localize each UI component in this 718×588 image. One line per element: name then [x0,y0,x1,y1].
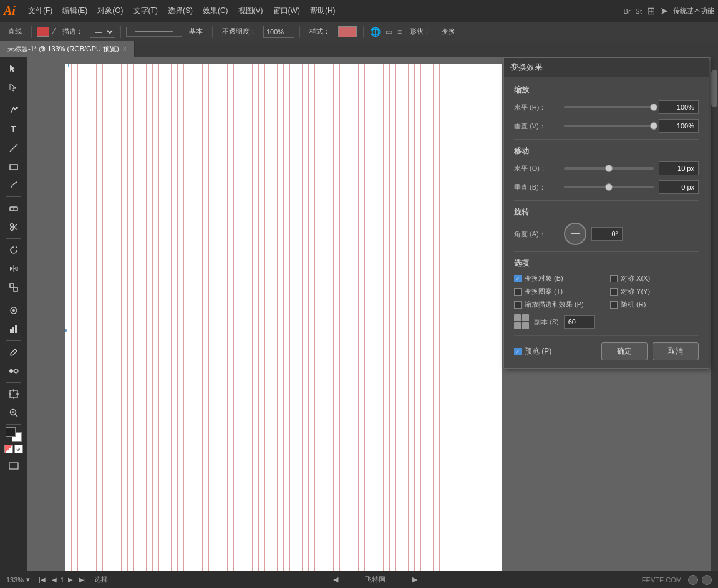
dialog-buttons: ✓ 预览 (P) 确定 取消 [514,335,699,360]
move-v-input[interactable] [659,180,699,194]
artboard-tool[interactable] [5,385,22,403]
menu-file[interactable]: 文件(F) [23,3,57,19]
blend-tool[interactable] [5,362,22,380]
move-h-row: 水平 (O)： [514,161,699,175]
transform-obj-row[interactable]: ✓ 变换对象 (B) [514,274,603,283]
eraser-tool[interactable] [5,200,22,217]
random-row[interactable]: 随机 (R) [610,300,699,309]
copies-input[interactable] [564,315,595,329]
sym-x-checkbox[interactable] [610,275,618,282]
reflect-tool[interactable] [5,260,22,277]
ok-button[interactable]: 确定 [601,342,648,360]
symbol-tool[interactable] [5,302,22,319]
svg-rect-32 [9,463,18,469]
color-boxes[interactable] [4,427,23,442]
menu-view[interactable]: 视图(V) [233,3,268,19]
eyedropper-tool[interactable] [5,344,22,361]
zoom-dropdown-icon[interactable]: ▾ [26,576,30,584]
status-dot-1 [688,575,698,585]
menu-select[interactable]: 选择(S) [163,3,198,19]
sep-move-rotate [514,200,699,201]
random-checkbox[interactable] [610,301,618,309]
preview-checkbox[interactable]: ✓ [514,348,522,355]
scale-stroke-row[interactable]: 缩放描边和效果 (P) [514,300,603,309]
svg-point-20 [9,369,13,373]
nav-next[interactable]: ▶ [65,576,75,584]
zoom-control[interactable]: 133% ▾ [6,576,30,584]
scale-v-thumb [650,122,657,130]
pen-tool[interactable] [5,102,22,119]
scale-tool[interactable] [5,279,22,296]
left-arrow[interactable]: ◀ [333,576,338,583]
svg-marker-9 [16,246,18,248]
select-tool[interactable] [5,60,22,77]
svg-line-19 [15,349,17,351]
menu-effect[interactable]: 效果(C) [198,3,233,19]
type-tool[interactable]: T [5,120,22,138]
arrow-icon: ➤ [660,5,668,17]
move-h-slider[interactable] [564,167,654,170]
style-label: 样式： [305,25,334,38]
transform-label: 变换 [437,25,460,38]
menu-help[interactable]: 帮助(H) [305,3,341,19]
pencil-tool[interactable] [5,176,22,194]
line-tool[interactable] [5,139,22,157]
zoom-tool[interactable] [5,404,22,422]
right-arrow[interactable]: ▶ [412,576,417,583]
stroke-color-box[interactable] [37,27,49,37]
transform-obj-checkbox[interactable]: ✓ [514,275,522,282]
rotate-tool[interactable] [5,241,22,259]
color-icon[interactable] [4,445,13,453]
stock-icon: St [636,7,642,15]
line-style-box[interactable]: ╱ [52,28,56,35]
graph-tool[interactable] [5,321,22,338]
canvas-scrollbar[interactable] [711,57,718,571]
cancel-button[interactable]: 取消 [653,342,699,360]
move-v-slider[interactable] [564,186,654,188]
direct-select-tool[interactable] [5,79,22,96]
lines-container [65,64,502,571]
rotation-circle[interactable] [564,223,586,245]
scissors-tool[interactable] [5,218,22,236]
svg-line-29 [15,415,17,417]
stroke-select[interactable]: — [90,26,115,38]
sym-x-label: 对称 X(X) [621,274,650,283]
change-screen-mode[interactable] [5,457,22,475]
document-tab[interactable]: 未标题-1* @ 133% (RGB/GPU 预览) × [0,41,135,57]
sym-y-checkbox[interactable] [610,288,618,296]
nav-first[interactable]: |◀ [36,576,48,584]
nav-prev[interactable]: ◀ [49,576,59,584]
stroke-box[interactable] [6,427,16,437]
nav-last[interactable]: ▶| [77,576,89,584]
tab-close-button[interactable]: × [123,46,127,52]
none-icon[interactable]: ⊘ [14,445,23,453]
scale-h-slider[interactable] [564,106,654,108]
transform-pattern-checkbox[interactable] [514,288,522,296]
copies-icon-c2 [522,314,529,321]
scale-v-row: 垂直 (V)： [514,119,699,133]
tool-sep-4 [6,299,21,299]
workspace-name[interactable]: 传统基本功能 [673,6,714,16]
rect-shape-tool[interactable] [5,158,22,175]
tool-sep-5 [6,340,21,341]
color-mode-btns: ⊘ [4,445,23,453]
zoom-value[interactable]: 133% [6,576,24,584]
sym-y-row[interactable]: 对称 Y(Y) [610,287,699,296]
rotate-angle-input[interactable] [591,227,623,241]
move-h-input[interactable] [659,161,699,175]
scale-v-slider[interactable] [564,125,654,127]
transform-pattern-row[interactable]: 变换图案 (T) [514,287,603,296]
scale-v-input[interactable] [659,119,699,133]
preview-check-row[interactable]: ✓ 预览 (P) [514,346,596,357]
menu-edit[interactable]: 编辑(E) [57,3,92,19]
scroll-thumb[interactable] [711,70,717,107]
sym-x-row[interactable]: 对称 X(X) [610,274,699,283]
opacity-input[interactable] [263,26,294,38]
style-box[interactable] [338,26,357,37]
menu-window[interactable]: 窗口(W) [268,3,305,19]
menu-object[interactable]: 对象(O) [92,3,128,19]
menu-text[interactable]: 文字(T) [129,3,163,19]
bridge-icon: Br [624,7,631,15]
scale-stroke-checkbox[interactable] [514,301,522,309]
scale-h-input[interactable] [659,100,699,114]
